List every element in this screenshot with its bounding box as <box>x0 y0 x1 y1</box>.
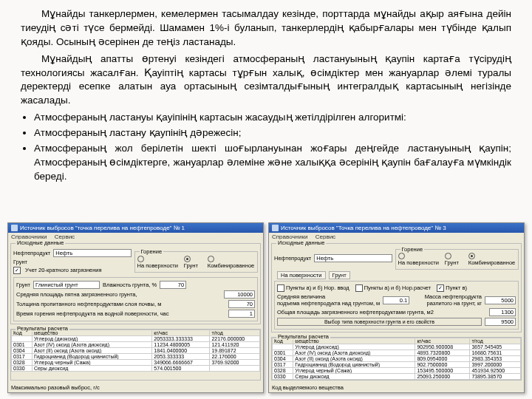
radio-surface[interactable] <box>398 253 405 259</box>
window-title: Источник выбросов "точка перелива на неф… <box>20 225 185 231</box>
label-product: Нефтепродукт <box>274 255 311 262</box>
results-panel: Результаты расчета Код Вещество кг/час т… <box>10 329 261 381</box>
soil-sub: Грунт Глинистый грунт Влажность грунта, … <box>13 277 258 321</box>
bottom-label: Максимально разовый выброс, г/с <box>8 383 263 392</box>
surface-type-button[interactable]: Выбор типа поверхности грунта и его свой… <box>277 318 482 326</box>
humidity-input[interactable]: 70 <box>160 281 186 289</box>
app-icon <box>272 225 279 231</box>
burn-panel: Горение На поверхности Грунт Комбинирова… <box>134 251 259 272</box>
label-20x: Учет 20-кратного загрязнения <box>25 267 102 273</box>
results-table[interactable]: Код Вещество кг/час т/год Углерод (диокс… <box>11 330 260 372</box>
options-sub: Пункты a) и б) Нор. ввод Пункты a) и б) … <box>274 281 519 330</box>
titlebar[interactable]: Источник выбросов "Точка перелива на неф… <box>269 223 524 233</box>
label-area: Средняя площадь пятна загрязненного грун… <box>16 291 221 298</box>
panel-title: Горение <box>400 246 425 253</box>
label-soil2: Грунт <box>16 282 30 288</box>
radio-combo[interactable] <box>468 253 475 259</box>
col-tyr[interactable]: т/год <box>210 330 260 335</box>
label-area2: Общая площадь загрязненного нефтепродукт… <box>277 309 486 316</box>
panel-title: Исходные данные <box>276 239 326 246</box>
checkbox-20x[interactable]: ✓ <box>13 267 21 274</box>
window-title: Источник выбросов "Точка перелива на неф… <box>281 225 446 231</box>
titlebar[interactable]: Источник выбросов "точка перелива на неф… <box>8 223 263 233</box>
radio-soil[interactable] <box>184 256 191 262</box>
area-input[interactable]: 1300 <box>489 308 516 316</box>
col-kgh[interactable]: кг/час <box>415 338 470 344</box>
mass-input[interactable]: 5000 <box>485 296 516 304</box>
label-mass: Масса нефтепродукта <box>425 293 482 300</box>
chk-ab-input[interactable] <box>277 284 284 292</box>
label-wave: Средняя величина <box>277 293 325 300</box>
emission-window-1: Источник выбросов "точка перелива на неф… <box>7 222 264 393</box>
soil-select[interactable]: Глинистый грунт <box>33 281 100 289</box>
radio-surface[interactable] <box>137 256 144 262</box>
label-time: Время горения нефтепродукта на водной по… <box>16 310 225 317</box>
emission-window-2: Источник выбросов "Точка перелива на неф… <box>268 222 525 393</box>
time-input[interactable]: 1 <box>228 310 255 318</box>
radio-combo[interactable] <box>208 256 214 262</box>
layer-input[interactable]: 70 <box>228 300 255 308</box>
chk-v[interactable]: ✓ <box>437 284 444 292</box>
area-input[interactable]: 10000 <box>224 290 255 299</box>
tab-soil[interactable]: Грунт <box>329 271 350 279</box>
col-tyr[interactable]: т/год <box>470 338 521 344</box>
label-layer: Толщина пропитанного нефтепродуктами сло… <box>16 301 225 307</box>
label-mass2: разлитого на грунт, кг <box>427 300 482 307</box>
surface-value[interactable]: 9500 <box>485 318 516 326</box>
label-wave2: подъема нефтепродукта над грунтом, м <box>277 300 380 307</box>
results-table[interactable]: Код Вещество кг/час т/год Углерод (диокс… <box>272 338 521 380</box>
panel-title: Результаты расчета <box>16 325 69 332</box>
app-icon <box>11 225 18 231</box>
tab-surface[interactable]: На поверхности <box>277 271 326 279</box>
col-kgh[interactable]: кг/час <box>152 330 210 335</box>
input-panel: Исходные данные Нефтепродукт Нефть Грунт… <box>10 243 261 324</box>
panel-title: Исходные данные <box>16 239 65 246</box>
wave-input[interactable]: 0.1 <box>383 296 409 304</box>
product-select[interactable]: Нефть <box>53 249 131 257</box>
panel-title: Горение <box>140 248 164 255</box>
paragraph: Мұнайды танкерлермен, кемелермен тасымал… <box>21 7 511 50</box>
bottom-label: Код выделяемого вещества <box>269 383 524 392</box>
bullet-list: Атмосфераның ластануы қауіпінің картасын… <box>21 111 511 183</box>
tabstrip[interactable]: На поверхности Грунт <box>274 271 519 279</box>
burn-panel: Горение На поверхности Грунт Комбинирова… <box>395 249 519 270</box>
input-panel: Исходные данные Нефтепродукт Нефть Горен… <box>271 243 522 332</box>
paragraph: Мұнайдың апатты өртенуі кезіндегі атмосф… <box>21 52 511 109</box>
list-item: Атмосфераның ластануы қауіпінің картасын… <box>34 111 511 125</box>
label-product: Нефтепродукт <box>13 250 50 256</box>
chk-ab-calc[interactable] <box>355 284 363 292</box>
panel-title: Результаты расчета <box>276 333 330 340</box>
list-item: Атмосфераның жол берілетін шекті шоғырла… <box>34 142 511 184</box>
radio-soil[interactable] <box>445 253 451 259</box>
label-hum: Влажность грунта, % <box>103 282 157 288</box>
list-item: Атмосфераның ластану қаупінің дәрежесін; <box>34 126 511 140</box>
document-text: Мұнайды танкерлермен, кемелермен тасымал… <box>0 0 532 184</box>
label-soil: Грунт <box>13 259 27 265</box>
results-panel: Результаты расчета Код Вещество кг/час т… <box>271 337 522 381</box>
product-select[interactable]: Нефть <box>314 254 392 262</box>
